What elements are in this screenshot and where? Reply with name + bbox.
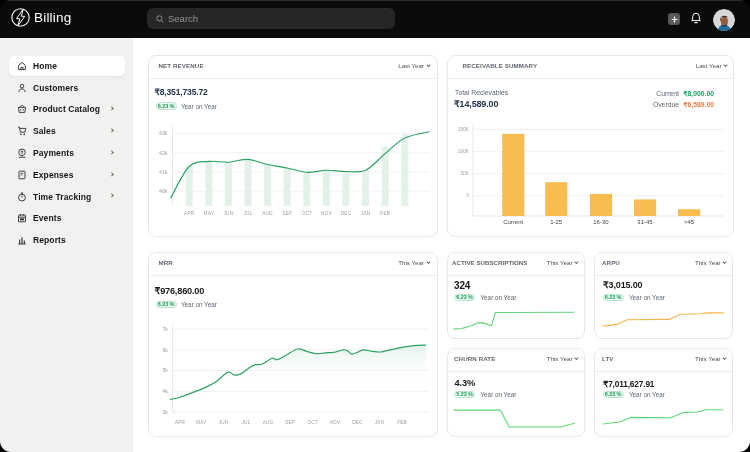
svg-text:FEB: FEB <box>380 210 390 215</box>
svg-text:JUL: JUL <box>243 210 252 215</box>
svg-text:MAY: MAY <box>196 420 207 425</box>
svg-text:41k: 41k <box>158 168 167 174</box>
svg-text:JAN: JAN <box>360 210 369 215</box>
svg-text:APR: APR <box>174 420 185 425</box>
svg-text:4k: 4k <box>162 388 168 394</box>
svg-text:40k: 40k <box>158 188 167 194</box>
svg-text:6k: 6k <box>162 346 168 352</box>
svg-text:7k: 7k <box>162 326 168 332</box>
svg-text:DEC: DEC <box>340 210 351 215</box>
svg-text:0k: 0k <box>162 408 168 414</box>
svg-text:NOV: NOV <box>329 420 340 425</box>
svg-text:JUN: JUN <box>223 210 233 215</box>
svg-text:DEC: DEC <box>352 420 363 425</box>
svg-text:OCT: OCT <box>301 210 312 215</box>
svg-text:43k: 43k <box>158 130 167 136</box>
svg-text:AUG: AUG <box>262 420 273 425</box>
svg-text:FEB: FEB <box>397 420 407 425</box>
svg-text:1-25: 1-25 <box>550 218 563 224</box>
svg-text:42k: 42k <box>158 149 167 155</box>
svg-text:5k: 5k <box>162 367 168 373</box>
svg-text:JUN: JUN <box>218 420 228 425</box>
svg-text:100K: 100K <box>457 149 469 154</box>
svg-text:JUL: JUL <box>241 420 250 425</box>
svg-text:Current: Current <box>503 218 523 224</box>
svg-text:NOV: NOV <box>321 210 332 215</box>
svg-text:JAN: JAN <box>374 420 383 425</box>
svg-text:16-30: 16-30 <box>593 218 609 224</box>
svg-text:50K: 50K <box>460 171 469 176</box>
svg-text:APR: APR <box>184 210 195 215</box>
svg-text:150K: 150K <box>457 127 469 132</box>
svg-text:OCT: OCT <box>307 420 318 425</box>
svg-text:0: 0 <box>466 193 469 198</box>
svg-text:AUG: AUG <box>262 210 273 215</box>
svg-text:>45: >45 <box>683 218 694 224</box>
svg-text:MAY: MAY <box>203 210 214 215</box>
svg-text:SEP: SEP <box>285 420 295 425</box>
svg-text:SEP: SEP <box>282 210 292 215</box>
svg-text:31-45: 31-45 <box>637 218 653 224</box>
